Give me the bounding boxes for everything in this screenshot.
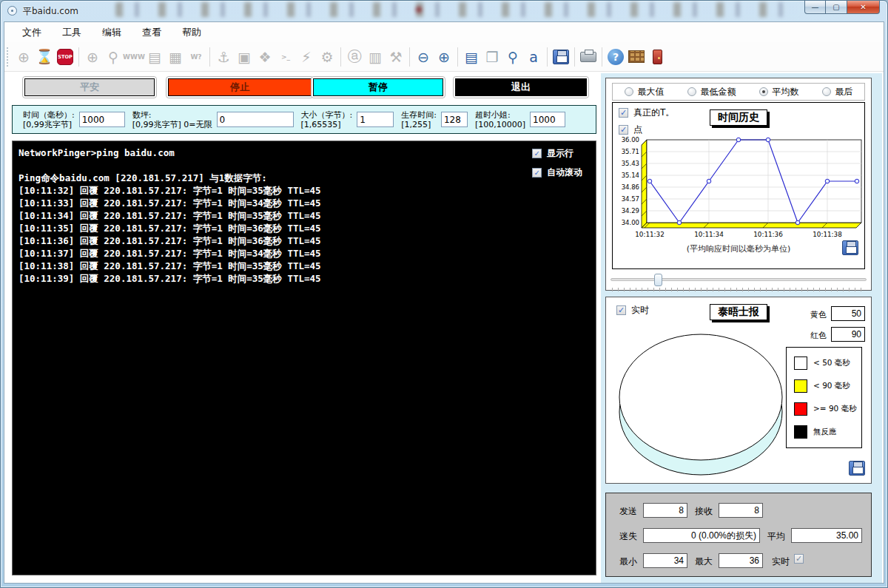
menu-item-4[interactable]: 帮助 [175,24,209,41]
svg-text:34.86: 34.86 [622,183,639,191]
menu-item-2[interactable]: 编辑 [95,24,129,41]
find-icon[interactable]: ⚲ [503,47,522,67]
time-history-panel: 最大值最低金额平均数最后 ✓真正的T。✓点 时间历史 36.0035.7135.… [605,78,872,291]
toolbar-separator [574,47,575,67]
radio-option-2: 平均数 [759,86,799,98]
legend-swatch-0 [794,356,807,370]
screw-icon[interactable]: ⚙ [317,47,337,67]
trace-ship-icon[interactable]: ⚓ [214,47,233,67]
title-bar[interactable]: 平baidu.com — ▢ ✕ [1,1,887,21]
search-globe-icon[interactable]: ⚲ [104,47,123,67]
radio-3[interactable] [822,87,831,96]
list-search-icon[interactable]: ▤ [145,47,164,67]
chart-option-1[interactable]: ✓ [619,125,628,135]
setting-input-2[interactable] [357,112,394,127]
maximize-button[interactable]: ▢ [826,1,847,14]
bank-icon[interactable]: ▥ [366,47,385,67]
red-threshold-input[interactable] [831,327,865,342]
window-cards-icon[interactable]: ❖ [255,47,275,67]
chart-option-1-label: 点 [633,124,642,136]
ping-target-icon[interactable]: ⊕ [83,47,102,67]
setting-label: 生存时间: [401,110,437,120]
save-chart-icon[interactable] [842,240,858,255]
setting-field-1: 数坪:[0,99兆字节] 0=无限 [132,110,294,129]
stats-realtime-checkbox[interactable]: ✓ [794,554,804,564]
menu-bar: 文件工具编辑查看帮助 [4,22,884,42]
save-icon[interactable] [551,47,571,67]
stop-button[interactable]: 停止 [168,78,312,96]
wmi-icon[interactable]: W? [186,47,206,67]
radio-0[interactable] [625,87,633,96]
setting-input-1[interactable] [217,112,294,127]
console-line: Ping命令baidu.com [220.181.57.217] 与1数据字节: [18,172,596,184]
print-icon[interactable] [579,47,598,67]
zoom-in-icon[interactable]: ⊕ [434,47,454,67]
history-slider[interactable] [610,273,867,289]
exit-icon[interactable] [648,47,667,67]
svg-text:10:11:34: 10:11:34 [694,231,724,238]
toolbar-separator [340,47,341,67]
setting-input-3[interactable] [441,112,468,127]
toolbar-separator [209,47,210,67]
menu-item-0[interactable]: 文件 [15,24,49,41]
hourglass-icon[interactable]: ⌛ [35,47,54,67]
svg-text:35.71: 35.71 [622,148,639,155]
legend-label-1: < 90 毫秒 [813,381,850,391]
tools-icon[interactable]: ⚒ [386,47,406,67]
save-pie-icon[interactable] [849,461,865,476]
waffle-tool-icon[interactable] [627,47,646,67]
target-icon[interactable]: ⊕ [14,47,33,67]
max-value [719,553,763,568]
legend-item-1: < 90 毫秒 [794,379,861,393]
legend-item-2: >= 90 毫秒 [794,402,861,416]
sent-value [643,503,687,518]
setting-hint: [0,99兆字节] 0=无限 [132,120,212,129]
slider-thumb[interactable] [654,274,662,286]
safe-button[interactable]: 平安 [24,78,155,96]
menu-item-3[interactable]: 查看 [135,24,169,41]
yellow-threshold-input[interactable] [831,306,865,321]
menu-item-1[interactable]: 工具 [55,24,89,41]
pie-realtime[interactable]: ✓ [616,305,626,315]
puzzle-grid-icon[interactable]: ▦ [166,47,185,67]
copy-icon[interactable]: ❐ [482,47,502,67]
zoom-out-icon[interactable]: ⊖ [414,47,433,67]
setting-input-4[interactable] [530,112,565,127]
help-icon[interactable]: ? [606,47,625,67]
plug-icon[interactable]: ⚡ [297,47,316,67]
setting-input-0[interactable] [79,112,125,127]
console-line: NetworkPinger>ping baidu.com [18,146,596,159]
minimize-button[interactable]: — [804,1,826,14]
pause-button[interactable]: 暂停 [313,78,443,96]
chart-option-0[interactable]: ✓ [619,108,628,118]
ping-console[interactable]: ✓显示行✓自动滚动 NetworkPinger>ping baidu.com P… [12,141,596,575]
legend-swatch-3 [794,425,807,439]
console-line: [10:11:32] 回覆 220.181.57.217: 字节=1 时间=35… [18,184,596,197]
font-icon[interactable]: a [524,47,543,67]
series-mode-radios: 最大值最低金额平均数最后 [612,83,865,101]
exit-button[interactable]: 退出 [455,78,587,96]
radio-1[interactable] [687,87,696,96]
www-scan-icon[interactable]: WWW [124,47,144,67]
legend-item-3: 無反應 [794,425,861,439]
close-button[interactable]: ✕ [847,1,880,14]
stop-icon[interactable]: STOP [56,47,75,67]
chart-options: ✓真正的T。✓点 [619,107,674,136]
console-option-0[interactable]: ✓ [532,149,542,158]
radio-2[interactable] [759,87,768,96]
logs-icon[interactable]: ▤ [462,47,481,67]
statistics-panel: 发送 接收 迷失 平均 最小 最大 实时 ✓ [605,493,872,577]
toolbar: ⊕⌛STOP⊕⚲WWW▤▦W?⚓▣❖>_⚡⚙ⓐ▥⚒⊖⊕▤❐⚲a? [4,42,884,72]
action-buttons: 平安 停止 暂停 退出 [4,74,601,104]
received-label: 接收 [695,505,713,518]
terminal-icon[interactable]: >_ [276,47,295,67]
chart-option-0-label: 真正的T。 [633,107,674,119]
slider-track[interactable] [610,278,867,281]
window-controls: — ▢ ✕ [804,1,880,14]
chart-caption: (平均响应时间以毫秒为单位) [613,243,864,254]
whois-a-icon[interactable]: ⓐ [345,47,364,67]
background-browser-blur [115,2,800,17]
console-option-1[interactable]: ✓ [532,168,542,178]
setting-hint: [1,65535] [301,120,353,129]
computers-icon[interactable]: ▣ [235,47,254,67]
